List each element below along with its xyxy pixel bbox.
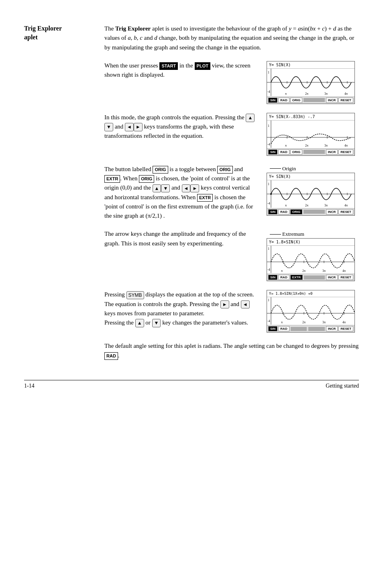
svg-text:2π: 2π xyxy=(305,204,308,207)
btn2-incr[interactable]: INCR xyxy=(326,149,338,155)
btn4-rad[interactable]: RAD xyxy=(278,275,289,280)
btn-sin[interactable]: SIN xyxy=(268,98,277,103)
screen2-header: Y= SIN(X-.833π) -.7 xyxy=(267,113,354,120)
svg-text:π: π xyxy=(285,144,287,147)
orig-chip-3: ORIG xyxy=(139,175,154,183)
start-chip: START xyxy=(159,62,178,70)
block4-text: The arrow keys change the amplitude and … xyxy=(104,229,259,248)
svg-text:2π: 2π xyxy=(302,321,306,324)
svg-text:3π: 3π xyxy=(324,204,328,207)
btn4-reset[interactable]: RESET xyxy=(338,275,353,280)
screen1-buttons: SIN RAD ORIG INCR RESET xyxy=(267,97,354,104)
screen5-buttons: SIN RAD INCR RESET xyxy=(267,325,354,332)
block5-image: Y= 1.8×SIN(1X+0π) +0 π 2π 3π 4π xyxy=(267,290,359,333)
block-symb: Pressing SYMB displays the equation at t… xyxy=(104,290,359,333)
calc-screen-3: Y= SIN(X) π 2π 3π 4π xyxy=(267,173,355,216)
block-mode: In this mode, the graph controls the equ… xyxy=(104,113,359,156)
svg-text:π: π xyxy=(281,321,283,324)
btn4-extr[interactable]: EXTR xyxy=(290,275,303,280)
screen3-graph: π 2π 3π 4π 1 -4 xyxy=(267,180,354,208)
svg-point-36 xyxy=(270,193,272,195)
svg-text:-4: -4 xyxy=(267,143,270,146)
btn2-sin[interactable]: SIN xyxy=(268,149,277,155)
btn5-rad[interactable]: RAD xyxy=(278,326,289,331)
svg-text:3π: 3π xyxy=(324,144,328,147)
btn3-orig[interactable]: ORIG xyxy=(290,209,302,214)
block1-image: Y= SIN(X) π 2π 3π 4π xyxy=(267,61,359,104)
svg-text:1: 1 xyxy=(268,247,269,251)
footer: 1-14 Getting started xyxy=(24,380,359,389)
btn-orig[interactable]: ORIG xyxy=(290,98,302,103)
btn2-gap xyxy=(304,150,325,154)
screen4-header: Y= 1.8×SIN(X) xyxy=(267,239,354,246)
btn3-reset[interactable]: RESET xyxy=(338,209,353,214)
screen3-header: Y= SIN(X) xyxy=(267,173,354,180)
key3-up: ▲ xyxy=(153,184,161,193)
extremum-label: Extremum xyxy=(270,231,304,237)
btn2-reset[interactable]: RESET xyxy=(338,149,353,155)
calc-screen-5: Y= 1.8×SIN(1X+0π) +0 π 2π 3π 4π xyxy=(267,290,355,333)
screen5-header: Y= 1.8×SIN(1X+0π) +0 xyxy=(267,290,354,297)
calc-screen-2: Y= SIN(X-.833π) -.7 π 2π 3π 4π xyxy=(267,113,355,156)
extr-chip-2: EXTR xyxy=(197,194,213,202)
block-start-plot: When the user presses START in the PLOT … xyxy=(104,61,359,104)
screen1-graph: π 2π 3π 4π 1 -4 xyxy=(267,69,354,97)
svg-text:3π: 3π xyxy=(324,92,328,96)
btn-incr[interactable]: INCR xyxy=(326,98,338,103)
key5-up: ▲ xyxy=(135,319,144,327)
section-title-text: Trig Explorer aplet xyxy=(24,24,92,42)
block2-text: In this mode, the graph controls the equ… xyxy=(104,113,259,141)
btn5-sin[interactable]: SIN xyxy=(268,326,277,331)
block3-image: Origin Y= SIN(X) π 2π 3π 4π xyxy=(267,165,359,216)
svg-text:2π: 2π xyxy=(305,144,308,147)
svg-text:2π: 2π xyxy=(302,269,306,273)
svg-text:π: π xyxy=(285,204,287,207)
btn4-incr[interactable]: INCR xyxy=(326,275,338,280)
svg-text:3π: 3π xyxy=(322,321,326,324)
orig-chip-1: ORIG xyxy=(153,166,168,174)
key-left: ◄ xyxy=(125,123,134,131)
btn2-rad[interactable]: RAD xyxy=(278,149,289,155)
btn3-sin[interactable]: SIN xyxy=(268,209,277,214)
block3-text: The button labelled ORIG is a toggle bet… xyxy=(104,165,259,221)
svg-text:1: 1 xyxy=(268,182,269,186)
svg-text:-4: -4 xyxy=(267,319,270,323)
svg-text:1: 1 xyxy=(268,298,269,302)
key3-left: ◄ xyxy=(182,184,191,193)
key-up: ▲ xyxy=(246,114,255,122)
btn-reset[interactable]: RESET xyxy=(338,98,353,103)
rad-chip: RAD xyxy=(104,352,118,360)
btn4-sin[interactable]: SIN xyxy=(268,275,277,280)
btn5-reset[interactable]: RESET xyxy=(338,326,353,331)
svg-text:π: π xyxy=(281,269,283,273)
block-orig-extr: The button labelled ORIG is a toggle bet… xyxy=(104,165,359,221)
content-area: The Trig Explorer aplet is used to inves… xyxy=(104,24,359,360)
key3-right: ► xyxy=(190,184,199,193)
svg-text:4π: 4π xyxy=(344,92,348,96)
origin-label: Origin xyxy=(270,165,296,172)
btn3-rad[interactable]: RAD xyxy=(278,209,289,214)
key5-left: ◄ xyxy=(241,300,250,309)
orig-chip-2: ORIG xyxy=(217,166,232,174)
key3-down: ▼ xyxy=(161,184,170,193)
btn5-incr[interactable]: INCR xyxy=(326,326,338,331)
btn5-gap1 xyxy=(291,327,307,331)
block2-image: Y= SIN(X-.833π) -.7 π 2π 3π 4π xyxy=(267,113,359,156)
screen3-buttons: SIN RAD ORIG INCR RESET xyxy=(267,208,354,215)
btn3-incr[interactable]: INCR xyxy=(326,209,338,214)
screen5-graph: π 2π 3π 4π 1 -4 xyxy=(267,297,354,325)
screen4-buttons: SIN RAD EXTR INCR RESET xyxy=(267,274,354,281)
block4-image: Extremum Y= 1.8×SIN(X) π 2π 3π 4π xyxy=(267,229,359,281)
svg-text:π: π xyxy=(285,92,287,96)
screen4-graph: π 2π 3π 4π 1 -4 xyxy=(267,246,354,274)
btn-rad[interactable]: RAD xyxy=(278,98,289,103)
btn5-gap2 xyxy=(308,327,325,331)
section-title: Trig Explorer aplet xyxy=(24,24,92,42)
key-right: ► xyxy=(134,123,143,131)
plot-chip: PLOT xyxy=(195,62,210,70)
page: Trig Explorer aplet The Trig Explorer ap… xyxy=(0,0,383,401)
btn2-orig[interactable]: ORIG xyxy=(290,149,302,155)
svg-text:1: 1 xyxy=(268,71,269,74)
screen1-header: Y= SIN(X) xyxy=(267,61,354,69)
block-extremum: The arrow keys change the amplitude and … xyxy=(104,229,359,281)
